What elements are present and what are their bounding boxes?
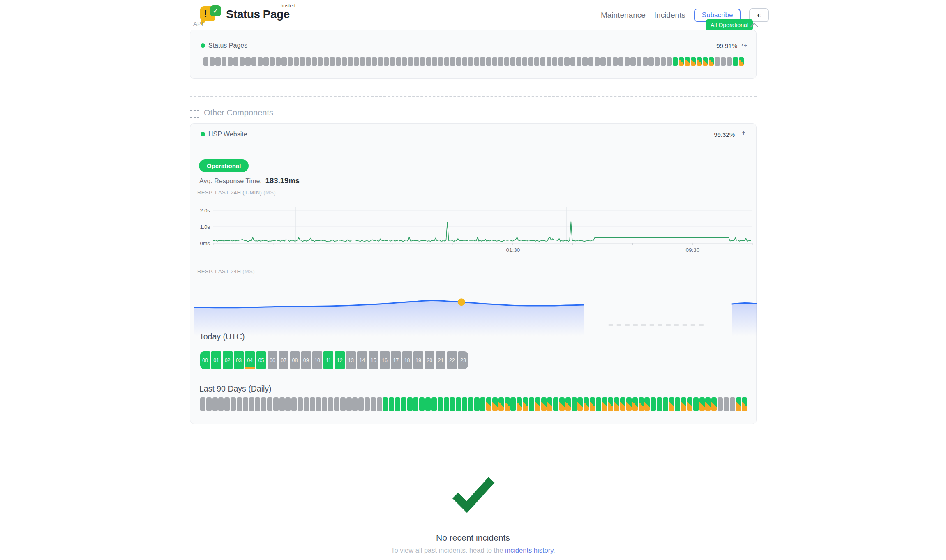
uptime-bar-up[interactable] xyxy=(389,397,394,411)
uptime-bar-gray[interactable] xyxy=(390,57,395,66)
uptime-bar-gray[interactable] xyxy=(643,57,648,66)
uptime-bar-degraded[interactable] xyxy=(541,397,547,411)
uptime-bar-degraded[interactable] xyxy=(547,397,552,411)
uptime-bar-up[interactable] xyxy=(468,397,473,411)
uptime-bar-gray[interactable] xyxy=(438,57,443,66)
hour-cell-06[interactable]: 06 xyxy=(268,351,277,369)
uptime-bar-gray[interactable] xyxy=(396,57,401,66)
uptime-bar-gray[interactable] xyxy=(456,57,461,66)
uptime-bar-gray[interactable] xyxy=(618,57,623,66)
uptime-bar-gray[interactable] xyxy=(267,397,272,411)
uptime-bar-degraded[interactable] xyxy=(505,397,510,411)
uptime-bar-gray[interactable] xyxy=(727,57,732,66)
uptime-bar-gray[interactable] xyxy=(215,57,220,66)
uptime-bar-up[interactable] xyxy=(462,397,467,411)
uptime-bar-degraded[interactable] xyxy=(498,397,504,411)
uptime-bar-gray[interactable] xyxy=(251,57,256,66)
uptime-bar-degraded[interactable] xyxy=(626,397,632,411)
uptime-bar-degraded[interactable] xyxy=(739,57,744,66)
uptime-bar-gray[interactable] xyxy=(218,397,224,411)
uptime-bar-gray[interactable] xyxy=(540,57,545,66)
uptime-bar-gray[interactable] xyxy=(648,57,653,66)
uptime-bar-degraded[interactable] xyxy=(669,397,674,411)
uptime-bar-gray[interactable] xyxy=(625,57,630,66)
uptime-bar-degraded[interactable] xyxy=(685,57,690,66)
uptime-bar-gray[interactable] xyxy=(200,397,205,411)
uptime-bar-gray[interactable] xyxy=(231,397,236,411)
uptime-bar-gray[interactable] xyxy=(498,57,503,66)
hour-cell-16[interactable]: 16 xyxy=(380,351,390,369)
uptime-bar-up[interactable] xyxy=(553,397,558,411)
hour-cell-23[interactable]: 23 xyxy=(458,351,468,369)
uptime-bar-gray[interactable] xyxy=(240,57,245,66)
uptime-bar-gray[interactable] xyxy=(661,57,666,66)
uptime-bar-up[interactable] xyxy=(572,397,577,411)
uptime-bar-gray[interactable] xyxy=(414,57,419,66)
uptime-bar-gray[interactable] xyxy=(564,57,569,66)
uptime-bar-gray[interactable] xyxy=(528,57,533,66)
hour-cell-01[interactable]: 01 xyxy=(211,351,221,369)
uptime-bar-gray[interactable] xyxy=(721,57,726,66)
uptime-bar-degraded[interactable] xyxy=(535,397,540,411)
uptime-bar-gray[interactable] xyxy=(595,57,600,66)
hour-cell-07[interactable]: 07 xyxy=(279,351,288,369)
uptime-bar-gray[interactable] xyxy=(328,397,333,411)
uptime-bar-gray[interactable] xyxy=(655,57,660,66)
overall-status-badge[interactable]: All Operational xyxy=(706,19,753,30)
uptime-bar-gray[interactable] xyxy=(402,57,407,66)
hour-cell-17[interactable]: 17 xyxy=(391,351,401,369)
uptime-bar-gray[interactable] xyxy=(718,397,723,411)
uptime-bar-gray[interactable] xyxy=(444,57,449,66)
uptime-bar-gray[interactable] xyxy=(210,57,215,66)
uptime-bar-gray[interactable] xyxy=(310,397,315,411)
uptime-bar-degraded[interactable] xyxy=(577,397,583,411)
hour-cell-11[interactable]: 11 xyxy=(323,351,333,369)
uptime-bar-gray[interactable] xyxy=(263,57,268,66)
hour-cell-08[interactable]: 08 xyxy=(290,351,300,369)
uptime-bar-gray[interactable] xyxy=(552,57,557,66)
nav-link-incidents[interactable]: Incidents xyxy=(654,11,685,20)
uptime-bar-degraded[interactable] xyxy=(711,397,717,411)
hour-cell-21[interactable]: 21 xyxy=(436,351,446,369)
brand-logo[interactable]: ! ✓ Status Page hosted xyxy=(200,5,290,24)
uptime-bar-gray[interactable] xyxy=(577,57,581,66)
uptime-bar-gray[interactable] xyxy=(306,57,311,66)
uptime-bar-gray[interactable] xyxy=(318,57,323,66)
uptime-bar-gray[interactable] xyxy=(291,397,297,411)
uptime-bar-gray[interactable] xyxy=(212,397,218,411)
uptime-bar-gray[interactable] xyxy=(582,57,587,66)
hour-cell-09[interactable]: 09 xyxy=(301,351,311,369)
uptime-bar-gray[interactable] xyxy=(346,397,352,411)
hour-cell-03[interactable]: 03 xyxy=(234,351,244,369)
hour-cell-22[interactable]: 22 xyxy=(447,351,457,369)
uptime-bar-degraded[interactable] xyxy=(608,397,613,411)
uptime-bar-up[interactable] xyxy=(425,397,431,411)
uptime-bar-gray[interactable] xyxy=(570,57,575,66)
hour-cell-02[interactable]: 02 xyxy=(223,351,233,369)
uptime-bar-degraded[interactable] xyxy=(602,397,607,411)
uptime-bar-degraded[interactable] xyxy=(687,397,692,411)
uptime-bar-gray[interactable] xyxy=(366,57,371,66)
uptime-bar-gray[interactable] xyxy=(288,57,293,66)
uptime-bar-gray[interactable] xyxy=(522,57,527,66)
uptime-bar-up[interactable] xyxy=(529,397,534,411)
uptime-bar-gray[interactable] xyxy=(279,397,285,411)
uptime-bar-gray[interactable] xyxy=(273,397,279,411)
uptime-bar-degraded[interactable] xyxy=(620,397,625,411)
uptime-bar-gray[interactable] xyxy=(324,57,329,66)
uptime-bar-up[interactable] xyxy=(444,397,449,411)
uptime-bar-up[interactable] xyxy=(401,397,406,411)
uptime-bar-gray[interactable] xyxy=(372,57,377,66)
uptime-bar-gray[interactable] xyxy=(462,57,467,66)
uptime-bar-up[interactable] xyxy=(657,397,662,411)
uptime-bar-gray[interactable] xyxy=(340,397,346,411)
uptime-bar-gray[interactable] xyxy=(334,397,339,411)
uptime-bar-gray[interactable] xyxy=(426,57,431,66)
hour-cell-10[interactable]: 10 xyxy=(312,351,322,369)
uptime-bar-degraded[interactable] xyxy=(584,397,589,411)
uptime-bar-gray[interactable] xyxy=(630,57,635,66)
uptime-bar-gray[interactable] xyxy=(724,397,729,411)
uptime-bar-gray[interactable] xyxy=(510,57,515,66)
uptime-bar-up[interactable] xyxy=(673,57,678,66)
uptime-bar-gray[interactable] xyxy=(316,397,321,411)
